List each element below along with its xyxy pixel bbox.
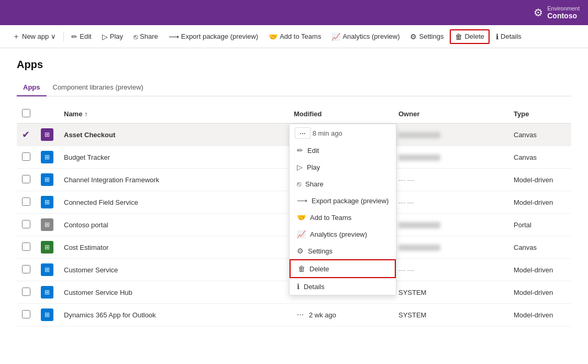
row-name-cell: Connected Field Service	[59, 191, 289, 214]
icon-header	[36, 105, 59, 124]
settings-icon: ⚙	[410, 32, 417, 41]
owner-blurred: owner name	[398, 245, 440, 251]
row-icon-cell: ⊞	[36, 146, 59, 169]
row-name-cell: Cost Estimator	[59, 236, 289, 259]
row-checkbox[interactable]	[22, 175, 30, 183]
info-icon: ℹ	[496, 32, 498, 41]
page-content: Apps Apps Component libraries (preview) …	[0, 48, 588, 337]
play-button[interactable]: ▷ Play	[98, 30, 127, 43]
environment-info: ⚙ Environment Contoso	[534, 5, 580, 20]
row-name-cell: Dynamics 365 App for Outlook	[59, 304, 289, 326]
context-more-button[interactable]: ···	[295, 127, 310, 139]
analytics-button[interactable]: 📈 Analytics (preview)	[327, 30, 404, 43]
delete-button[interactable]: 🗑 Delete	[450, 29, 490, 44]
owner-blurred: owner name	[398, 222, 440, 228]
row-modified-cell: ··· 2 wk ago	[289, 304, 393, 326]
row-icon-cell: ⊞	[36, 259, 59, 281]
tab-apps[interactable]: Apps	[17, 79, 47, 96]
context-menu-item-label: Export package (preview)	[312, 197, 389, 205]
owner-column-header[interactable]: Owner	[393, 105, 508, 124]
row-icon-cell: ⊞	[36, 191, 59, 214]
plus-icon: ＋	[13, 32, 20, 41]
row-name-cell: Customer Service Hub	[59, 281, 289, 304]
tab-component-libraries[interactable]: Component libraries (preview)	[47, 79, 150, 96]
row-checkbox-cell	[17, 259, 36, 281]
row-checkbox-cell	[17, 146, 36, 169]
row-owner-cell: owner name	[393, 214, 508, 236]
row-name-cell: Contoso portal	[59, 214, 289, 236]
edit-button[interactable]: ✏ Edit	[67, 30, 95, 43]
export-icon: ⟶	[169, 32, 179, 41]
app-icon: ⊞	[41, 128, 53, 141]
environment-icon: ⚙	[534, 6, 543, 19]
owner-blurred: owner name	[398, 132, 440, 138]
settings-button[interactable]: ⚙ Settings	[406, 30, 448, 43]
context-menu-item-info[interactable]: ℹDetails	[290, 278, 396, 295]
row-type-cell: Model-driven	[508, 304, 571, 326]
context-menu-item-share[interactable]: ⎋Share	[290, 175, 396, 192]
row-checkbox-cell	[17, 281, 36, 304]
row-more-button[interactable]: ···	[294, 309, 307, 321]
edit-icon: ✏	[71, 32, 77, 41]
owner-dash: --- ---	[398, 198, 414, 206]
delete-icon: 🗑	[298, 264, 305, 273]
context-menu-item-label: Play	[307, 163, 320, 171]
share-icon: ⎋	[297, 180, 301, 188]
app-icon: ⊞	[41, 196, 53, 208]
context-menu: ··· 8 min ago ✏Edit▷Play⎋Share⟶Export pa…	[289, 124, 396, 295]
context-menu-item-export[interactable]: ⟶Export package (preview)	[290, 192, 396, 209]
top-bar: ⚙ Environment Contoso	[0, 0, 588, 25]
row-name-cell: Channel Integration Framework	[59, 169, 289, 191]
context-menu-item-delete[interactable]: 🗑Delete	[290, 259, 396, 278]
name-column-header[interactable]: Name ↑	[59, 105, 289, 124]
row-checkbox[interactable]	[22, 152, 30, 161]
row-type-cell: Canvas	[508, 236, 571, 259]
row-owner-cell: SYSTEM	[393, 281, 508, 304]
app-icon: ⊞	[41, 151, 53, 163]
row-checkbox-cell	[17, 236, 36, 259]
context-menu-item-label: Share	[305, 180, 324, 188]
row-checkbox[interactable]	[22, 242, 30, 251]
new-app-button[interactable]: ＋ New app ∨	[8, 30, 60, 43]
context-menu-item-analytics[interactable]: 📈Analytics (preview)	[290, 226, 396, 242]
row-owner-cell: --- ---	[393, 259, 508, 281]
owner-dash: --- ---	[398, 176, 414, 184]
env-label: Environment	[547, 5, 580, 12]
row-checkbox[interactable]	[22, 265, 30, 273]
modified-column-header[interactable]: Modified	[289, 105, 393, 124]
details-button[interactable]: ℹ Details	[492, 30, 526, 43]
row-icon-cell: ⊞	[36, 124, 59, 146]
row-checkbox[interactable]	[22, 197, 30, 206]
app-icon: ⊞	[41, 286, 53, 299]
row-checkbox-cell	[17, 169, 36, 191]
row-checkbox[interactable]	[22, 288, 30, 296]
add-to-teams-button[interactable]: 🤝 Add to Teams	[264, 30, 325, 43]
play-icon: ▷	[297, 163, 303, 171]
select-all-header[interactable]	[17, 105, 36, 124]
delete-icon: 🗑	[455, 32, 462, 41]
toolbar: ＋ New app ∨ ✏ Edit ▷ Play ⎋ Share ⟶ Expo…	[0, 25, 588, 48]
app-icon: ⊞	[41, 241, 53, 253]
context-menu-item-settings[interactable]: ⚙Settings	[290, 242, 396, 259]
tabs: Apps Component libraries (preview)	[17, 79, 571, 96]
teams-icon: 🤝	[297, 213, 306, 222]
select-all-checkbox[interactable]	[22, 109, 30, 117]
row-modified-time: 2 wk ago	[307, 311, 336, 319]
row-icon-cell: ⊞	[36, 169, 59, 191]
export-package-button[interactable]: ⟶ Export package (preview)	[164, 30, 262, 43]
context-menu-item-edit[interactable]: ✏Edit	[290, 142, 396, 159]
row-checkbox[interactable]	[22, 220, 30, 228]
edit-icon: ✏	[297, 146, 303, 155]
row-type-cell: Portal	[508, 214, 571, 236]
row-owner-cell: --- ---	[393, 191, 508, 214]
share-button[interactable]: ⎋ Share	[129, 30, 162, 43]
page-title: Apps	[17, 59, 571, 71]
row-icon-cell: ⊞	[36, 281, 59, 304]
context-menu-item-teams[interactable]: 🤝Add to Teams	[290, 209, 396, 226]
type-column-header[interactable]: Type	[508, 105, 571, 124]
owner-blurred: owner name	[398, 155, 440, 161]
context-menu-item-play[interactable]: ▷Play	[290, 159, 396, 175]
row-checkbox[interactable]	[22, 310, 30, 318]
app-icon: ⊞	[41, 173, 53, 186]
row-type-cell: Canvas	[508, 146, 571, 169]
